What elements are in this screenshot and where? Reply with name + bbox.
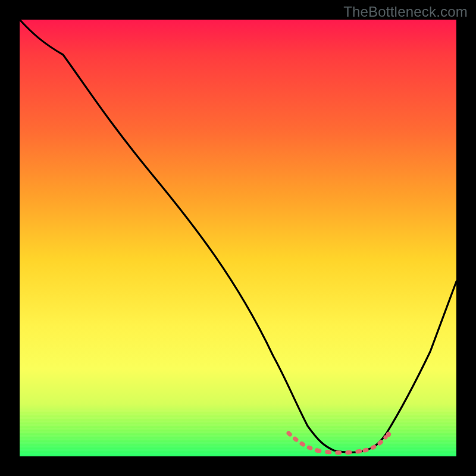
chart-frame: TheBottleneck.com: [0, 0, 476, 476]
svg-point-0: [386, 432, 391, 437]
minimum-highlight: [289, 432, 391, 453]
bottleneck-curve: [20, 20, 456, 452]
plot-area: [20, 20, 456, 456]
watermark-text: TheBottleneck.com: [343, 4, 468, 20]
curve-layer: [20, 20, 456, 456]
